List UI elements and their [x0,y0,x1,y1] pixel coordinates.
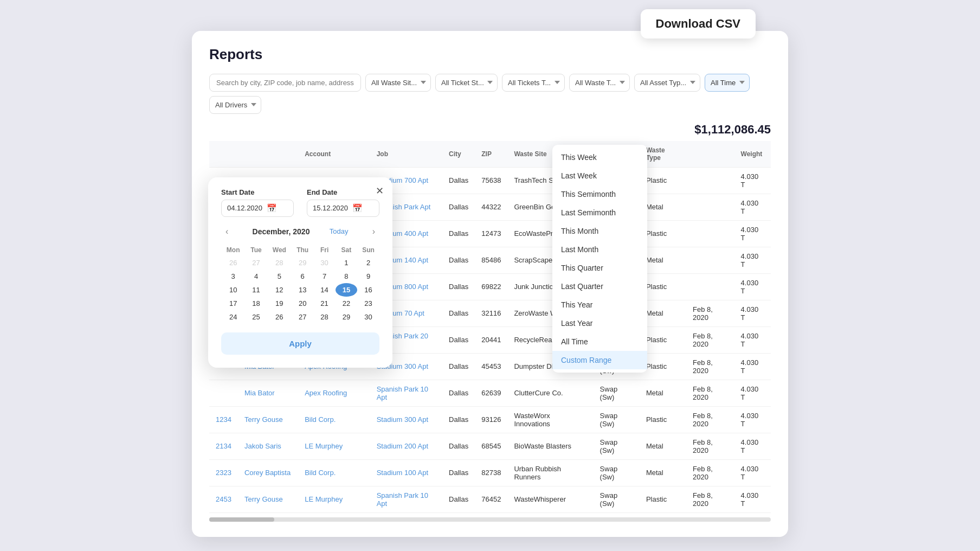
calendar-day[interactable]: 20 [292,297,313,310]
table-scrollbar[interactable] [209,517,771,522]
time-dropdown-item[interactable]: All Time [552,332,647,351]
job-link[interactable]: Spanish Park 10 Apt [377,385,428,401]
ticket-id-link[interactable]: 2323 [216,469,231,477]
cell-waste-type: Metal [640,380,686,406]
calendar-day[interactable]: 24 [221,310,245,324]
time-dropdown-item[interactable]: This Month [552,222,647,240]
start-date-input[interactable]: 04.12.2020 📅 [221,200,294,217]
calendar-day[interactable]: 1 [336,256,357,270]
time-dropdown-item[interactable]: Custom Range [552,351,647,369]
calendar-day[interactable]: 6 [292,270,313,283]
job-link[interactable]: Spanish Park 10 Apt [377,491,428,508]
calendar-day[interactable]: 11 [245,283,267,297]
cell-city: Dallas [442,459,475,486]
time-filter[interactable]: All Time [705,74,750,92]
cell-weight: 4.030 T [734,486,771,512]
time-dropdown-item[interactable]: This Week [552,148,647,166]
account-link[interactable]: Bild Corp. [305,415,336,424]
time-dropdown-item[interactable]: Last Month [552,240,647,259]
calendar-day[interactable]: 27 [245,256,267,270]
job-link[interactable]: Stadium 100 Apt [377,469,428,477]
calendar-day[interactable]: 5 [267,270,292,283]
account-link[interactable]: Bild Corp. [305,469,336,477]
calendar-day[interactable]: 30 [357,310,379,324]
calendar-day[interactable]: 7 [313,270,335,283]
cell-driver: Corey Baptista [238,459,298,486]
account-link[interactable]: LE Murphey [305,442,343,450]
driver-link[interactable]: Terry Gouse [244,495,283,503]
calendar-day[interactable]: 2 [357,256,379,270]
col-id [209,141,238,168]
prev-month-button[interactable]: ‹ [221,225,233,239]
calendar-day[interactable]: 22 [336,297,357,310]
cell-id: 2134 [209,433,238,459]
calendar-day[interactable]: 9 [357,270,379,283]
download-csv-button[interactable]: Download CSV [641,9,756,39]
time-dropdown-item[interactable]: Last Year [552,314,647,332]
calendar-day[interactable]: 28 [267,256,292,270]
calendar-day[interactable]: 26 [221,256,245,270]
ticket-id-link[interactable]: 2134 [216,442,231,450]
calendar-day[interactable]: 18 [245,297,267,310]
calendar-day[interactable]: 29 [292,256,313,270]
close-icon[interactable]: ✕ [376,185,384,197]
calendar-day[interactable]: 27 [292,310,313,324]
ticket-id-link[interactable]: 2453 [216,495,231,503]
cell-zip: 32116 [475,300,507,326]
calendar-day[interactable]: 28 [313,310,335,324]
outer-wrapper: Download CSV Reports All Waste Sit... Al… [192,15,788,537]
calendar-day[interactable]: 30 [313,256,335,270]
calendar-day[interactable]: 12 [267,283,292,297]
cell-date [686,273,734,300]
waste-site-filter[interactable]: All Waste Sit... [365,74,431,92]
time-dropdown-item[interactable]: This Year [552,296,647,314]
search-input[interactable] [209,74,361,92]
job-link[interactable]: Stadium 300 Apt [377,415,428,424]
calendar-week-row: 10111213141516 [221,283,379,297]
time-dropdown-item[interactable]: This Semimonth [552,185,647,203]
calendar-day[interactable]: 26 [267,310,292,324]
calendar-day-header: Wed [267,244,292,256]
calendar-day[interactable]: 10 [221,283,245,297]
calendar-day[interactable]: 16 [357,283,379,297]
account-link[interactable]: Apex Roofing [305,389,347,397]
next-month-button[interactable]: › [368,225,379,239]
time-dropdown-item[interactable]: Last Week [552,166,647,185]
asset-type-filter[interactable]: All Asset Typ... [634,74,700,92]
col-driver [238,141,298,168]
waste-type-filter[interactable]: All Waste T... [569,74,630,92]
calendar-day[interactable]: 3 [221,270,245,283]
time-dropdown-item[interactable]: Last Semimonth [552,203,647,222]
cell-waste-site: Urban Rubbish Runners [507,459,593,486]
calendar-day[interactable]: 15 [336,283,357,297]
apply-button[interactable]: Apply [221,332,379,355]
calendar-day[interactable]: 8 [336,270,357,283]
drivers-filter[interactable]: All Drivers [209,96,261,114]
calendar-day[interactable]: 25 [245,310,267,324]
account-link[interactable]: LE Murphey [305,495,343,503]
calendar-day[interactable]: 4 [245,270,267,283]
driver-link[interactable]: Mia Bator [244,389,275,397]
calendar-day[interactable]: 19 [267,297,292,310]
cell-date: Feb 8, 2020 [686,380,734,406]
end-date-input[interactable]: 15.12.2020 📅 [307,200,379,217]
calendar-day[interactable]: 14 [313,283,335,297]
driver-link[interactable]: Corey Baptista [244,469,291,477]
today-button[interactable]: Today [330,227,349,235]
table-row: Mia Bator Apex Roofing Spanish Park 10 A… [209,380,771,406]
calendar-day[interactable]: 23 [357,297,379,310]
driver-link[interactable]: Jakob Saris [244,442,281,450]
calendar-day[interactable]: 17 [221,297,245,310]
calendar-day[interactable]: 21 [313,297,335,310]
ticket-id-link[interactable]: 1234 [216,415,231,424]
total-amount: $1,112,086.45 [209,123,771,137]
tickets-type-filter[interactable]: All Tickets T... [502,74,565,92]
calendar-day[interactable]: 29 [336,310,357,324]
driver-link[interactable]: Terry Gouse [244,415,283,424]
ticket-status-filter[interactable]: All Ticket St... [435,74,498,92]
time-dropdown-item[interactable]: This Quarter [552,259,647,277]
cell-account: LE Murphey [298,433,370,459]
time-dropdown-item[interactable]: Last Quarter [552,277,647,296]
job-link[interactable]: Stadium 200 Apt [377,442,428,450]
calendar-day[interactable]: 13 [292,283,313,297]
